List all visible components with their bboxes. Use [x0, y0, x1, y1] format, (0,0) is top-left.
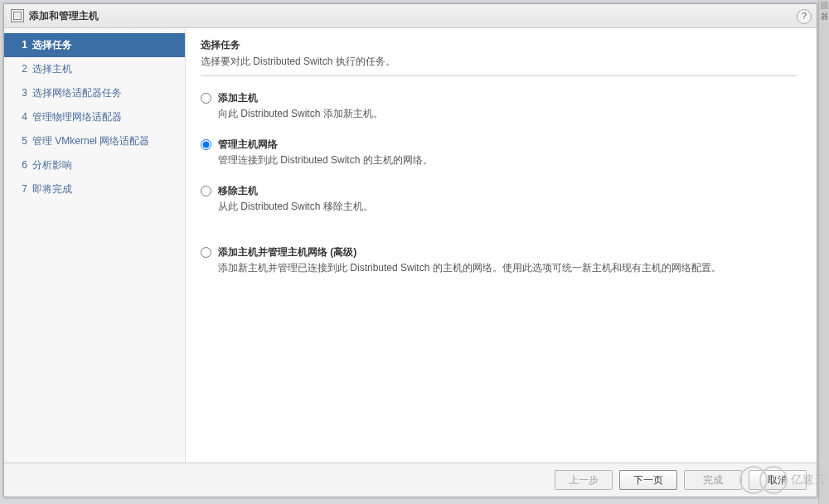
step-ready-to-complete[interactable]: 7即将完成 — [4, 177, 185, 201]
right-strip-label: 器 — [819, 12, 829, 22]
option-desc: 添加新主机并管理已连接到此 Distributed Switch 的主机的网络。… — [218, 261, 797, 275]
step-manage-physical-adapters[interactable]: 4管理物理网络适配器 — [4, 105, 185, 129]
help-icon[interactable]: ? — [797, 9, 812, 24]
option-label: 管理主机网络 — [218, 138, 797, 152]
radio-remove-hosts[interactable] — [201, 186, 211, 196]
step-select-task[interactable]: 1选择任务 — [4, 33, 185, 57]
titlebar: 添加和管理主机 ? — [4, 4, 817, 28]
content-subtitle: 选择要对此 Distributed Switch 执行的任务。 — [201, 55, 797, 69]
radio-add-and-manage-advanced[interactable] — [201, 247, 211, 258]
wizard-footer: 上一步 下一页 完成 取消 — [4, 463, 817, 497]
step-analyze-impact[interactable]: 6分析影响 — [4, 153, 185, 177]
option-label: 添加主机并管理主机网络 (高级) — [218, 245, 797, 259]
option-label: 添加主机 — [218, 91, 797, 105]
option-manage-host-networking[interactable]: 管理主机网络 管理连接到此 Distributed Switch 的主机的网络。 — [201, 138, 797, 167]
option-remove-hosts[interactable]: 移除主机 从此 Distributed Switch 移除主机。 — [201, 184, 797, 214]
wizard-steps: 1选择任务 2选择主机 3选择网络适配器任务 4管理物理网络适配器 5管理 VM… — [4, 28, 186, 463]
app-icon — [11, 9, 24, 22]
window-title: 添加和管理主机 — [29, 9, 99, 23]
wizard-window: 添加和管理主机 ? 1选择任务 2选择主机 3选择网络适配器任务 4管理物理网络… — [3, 3, 817, 497]
radio-manage-host-networking[interactable] — [201, 139, 211, 150]
option-add-and-manage-advanced[interactable]: 添加主机并管理主机网络 (高级) 添加新主机并管理已连接到此 Distribut… — [201, 245, 797, 275]
right-strip: 器 — [818, 0, 829, 504]
option-desc: 向此 Distributed Switch 添加新主机。 — [218, 107, 797, 121]
next-button[interactable]: 下一页 — [619, 470, 677, 490]
step-select-adapter-tasks[interactable]: 3选择网络适配器任务 — [4, 81, 185, 105]
option-desc: 从此 Distributed Switch 移除主机。 — [218, 200, 797, 214]
option-desc: 管理连接到此 Distributed Switch 的主机的网络。 — [218, 153, 797, 167]
step-manage-vmkernel-adapters[interactable]: 5管理 VMkernel 网络适配器 — [4, 129, 185, 153]
cancel-button[interactable]: 取消 — [749, 470, 807, 490]
finish-button: 完成 — [684, 470, 742, 490]
wizard-content: 选择任务 选择要对此 Distributed Switch 执行的任务。 添加主… — [186, 28, 817, 463]
step-select-hosts[interactable]: 2选择主机 — [4, 57, 185, 81]
option-label: 移除主机 — [218, 184, 797, 198]
option-add-hosts[interactable]: 添加主机 向此 Distributed Switch 添加新主机。 — [201, 91, 797, 121]
back-button: 上一步 — [555, 470, 613, 490]
radio-add-hosts[interactable] — [201, 93, 211, 104]
content-title: 选择任务 — [201, 38, 797, 52]
